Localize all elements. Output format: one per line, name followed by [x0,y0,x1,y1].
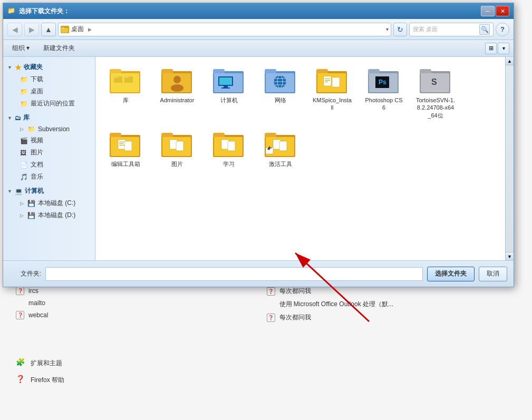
sidebar-item-drive-c[interactable]: ▷ 💾 本地磁盘 (C:) [16,197,95,209]
close-button[interactable]: ✕ [496,6,509,16]
file-item-label: 编辑工具箱 [111,160,140,168]
library-section: ▼ 🗂 库 ▷ 📁 Subversion 🎬 视频 🖼 [3,112,95,183]
dialog-title-bar[interactable]: 📁 选择下载文件夹： ─ ✕ [3,3,514,19]
list-item[interactable]: 学习 [205,127,253,171]
drive-c-label: 本地磁盘 (C:) [38,199,75,208]
folder-computer-icon [213,67,245,94]
computer-label: 计算机 [25,187,44,196]
file-dialog: 📁 选择下载文件夹： ─ ✕ ◀ ▶ ▲ 桌面 ▶ ▾ ↻ 搜索 桌面 🔍 [3,3,514,287]
drive-d-label: 本地磁盘 (D:) [38,211,75,220]
bg-list-label: 每次都问我 [279,313,311,322]
list-item[interactable]: KMSpico_Install [308,63,356,123]
search-button[interactable]: 🔍 [479,24,490,35]
sidebar-item-documents[interactable]: 📄 文档 [16,159,95,171]
folder-icon: 📁 [20,88,28,95]
file-item-label: 激活工具 [269,160,292,168]
list-item[interactable]: 库 [102,63,149,123]
svg-rect-22 [221,87,230,89]
search-placeholder: 搜索 桌面 [413,25,477,33]
folder-icon: 🖼 [20,149,28,157]
address-bar[interactable]: 桌面 ▶ ▾ [58,23,391,36]
list-item[interactable]: Ps Photoshop CS6 [360,63,408,123]
svg-rect-52 [119,142,124,142]
bg-footer: 🧩 扩展和主题 ❓ Firefox 帮助 [16,355,64,388]
file-item-label: 学习 [223,160,235,168]
svg-rect-70 [279,141,287,151]
extensions-item[interactable]: 🧩 扩展和主题 [16,355,64,372]
address-folder-icon [61,26,69,33]
file-area: 库 Administrator [95,57,505,260]
bg-list-label: webcal [28,311,48,319]
scroll-up-button[interactable]: ▲ [506,57,514,65]
svg-rect-34 [324,76,331,86]
new-folder-button[interactable]: 新建文件夹 [38,42,80,55]
help-circle-icon: ❓ [16,375,26,385]
list-item[interactable]: 计算机 [205,63,253,123]
sidebar-item-drive-d[interactable]: ▷ 💾 本地磁盘 (D:) [16,209,95,221]
dialog-bottom-bar: 文件夹: 选择文件夹 取消 [3,260,514,287]
computer-header[interactable]: ▼ 💻 计算机 [3,185,95,197]
sidebar-item-recent[interactable]: 📁 最近访问的位置 [16,97,95,110]
question-icon: ❓ [16,311,24,319]
cancel-button[interactable]: 取消 [479,267,507,281]
organize-button[interactable]: 组织 ▾ [7,42,34,55]
favorites-label: 收藏夹 [24,63,43,72]
file-item-label: Administrator [160,96,195,104]
list-item[interactable]: Administrator [153,63,201,123]
view-dropdown-button[interactable]: ▾ [498,43,509,54]
library-header[interactable]: ▼ 🗂 库 [3,112,95,124]
view-toggle-button[interactable]: ⊞ [485,43,497,54]
sidebar-item-subversion[interactable]: ▷ 📁 Subversion [16,124,95,134]
list-item[interactable]: 网络 [257,63,304,123]
refresh-button[interactable]: ↻ [393,23,407,36]
filename-input[interactable] [45,267,423,281]
scroll-down-button[interactable]: ▼ [506,252,514,260]
question-icon: ❓ [16,287,24,295]
svg-rect-53 [119,143,123,144]
file-item-label: 网络 [275,96,286,104]
extensions-label: 扩展和主题 [31,359,62,368]
sidebar-item-desktop[interactable]: 📁 桌面 [16,85,95,97]
list-item[interactable]: 编辑工具箱 [102,127,149,171]
folder-icon: 🎬 [20,137,28,144]
sidebar-item-video[interactable]: 🎬 视频 [16,134,95,146]
right-scrollbar[interactable]: ▲ ▼ [505,57,514,260]
download-label: 下载 [31,75,43,84]
help-item[interactable]: ❓ Firefox 帮助 [16,372,64,388]
dialog-toolbar: ◀ ▶ ▲ 桌面 ▶ ▾ ↻ 搜索 桌面 🔍 ? [3,19,514,40]
file-item-label: 库 [123,96,129,104]
bg-list-item: 使用 Microsoft Office Outlook 处理（默... [267,298,517,311]
library-label: 库 [23,113,30,122]
select-folder-button[interactable]: 选择文件夹 [427,267,475,281]
help-button[interactable]: ? [496,23,509,36]
sidebar-item-pictures[interactable]: 🖼 图片 [16,146,95,159]
favorites-header[interactable]: ▼ ★ 收藏夹 [3,61,95,73]
search-bar[interactable]: 搜索 桌面 🔍 [409,23,494,36]
list-item[interactable]: 图片 [153,127,201,171]
svg-point-14 [173,76,181,83]
folder-icon: 📄 [20,161,28,169]
bg-list-item[interactable]: mailto [16,297,266,309]
address-dropdown-icon[interactable]: ▾ [386,26,389,32]
documents-label: 文档 [31,160,43,169]
list-item[interactable]: S TortoiseSVN-1.8.2.24708-x64_64位 [412,63,459,123]
file-item-label: Photoshop CS6 [364,96,404,112]
list-item[interactable]: 激活工具 [257,127,304,171]
sidebar-item-music[interactable]: 🎵 音乐 [16,171,95,183]
svg-rect-54 [119,145,124,145]
minimize-button[interactable]: ─ [481,6,495,16]
file-item-label: TortoiseSVN-1.8.2.24708-x64_64位 [415,96,456,119]
title-bar-left: 📁 选择下载文件夹： [7,7,70,16]
sidebar-item-download[interactable]: 📁 下载 [16,73,95,85]
bg-list-label: ircs [28,287,38,295]
view-controls: ⊞ ▾ [485,43,509,54]
svg-rect-55 [124,141,132,151]
forward-button[interactable]: ▶ [24,23,39,36]
back-button[interactable]: ◀ [7,23,22,36]
up-button[interactable]: ▲ [41,23,56,36]
folder-library-icon [110,67,141,94]
puzzle-icon: 🧩 [16,358,26,368]
drive-icon: 💾 [27,200,36,207]
new-folder-label: 新建文件夹 [43,44,75,53]
svg-rect-36 [325,80,330,81]
